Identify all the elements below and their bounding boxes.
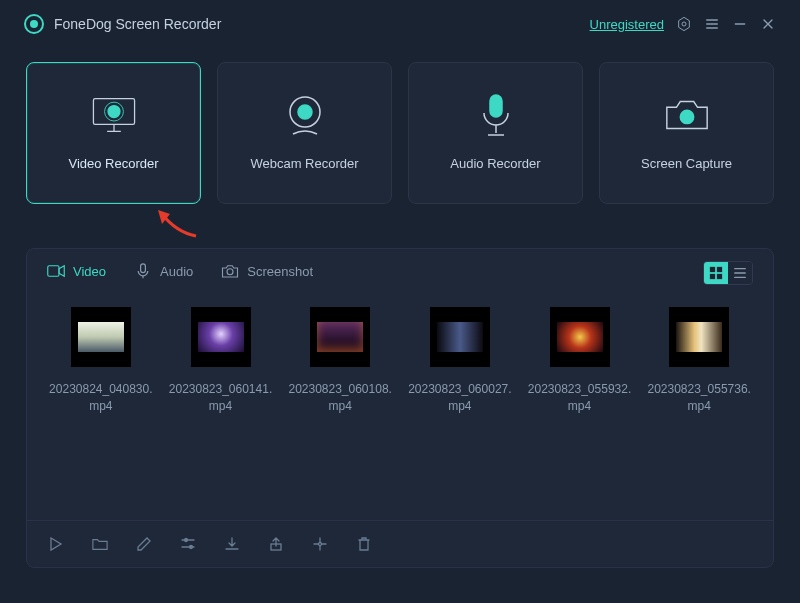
share-button[interactable] [267,535,285,553]
file-item[interactable]: 20230823_055932.mp4 [526,307,634,520]
svg-rect-15 [490,95,502,117]
menu-icon[interactable] [704,16,720,32]
svg-rect-24 [717,267,722,272]
edit-button[interactable] [135,535,153,553]
svg-marker-0 [679,17,690,30]
download-button[interactable] [223,535,241,553]
settings-gear-icon[interactable] [676,16,692,32]
files-grid: 20230824_040830.mp4 20230823_060141.mp4 … [27,289,773,520]
file-name: 20230823_055736.mp4 [645,381,753,415]
app-title: FoneDog Screen Recorder [54,16,221,32]
svg-rect-20 [141,264,146,273]
file-name: 20230823_060141.mp4 [167,381,275,415]
mode-video-recorder[interactable]: Video Recorder [26,62,201,204]
app-logo-icon [24,14,44,34]
tab-label: Audio [160,264,193,279]
file-thumbnail [430,307,490,367]
monitor-record-icon [90,96,138,134]
file-thumbnail [310,307,370,367]
svg-point-18 [680,110,693,123]
mode-label: Video Recorder [68,156,158,171]
tab-audio[interactable]: Audio [134,263,193,279]
webcam-icon [281,96,329,134]
svg-point-31 [185,539,188,542]
view-toggle [703,261,753,285]
svg-rect-25 [710,274,715,279]
mode-audio-recorder[interactable]: Audio Recorder [408,62,583,204]
file-name: 20230824_040830.mp4 [47,381,155,415]
tab-video[interactable]: Video [47,263,106,279]
open-folder-button[interactable] [91,535,109,553]
mode-screen-capture[interactable]: Screen Capture [599,62,774,204]
file-thumbnail [71,307,131,367]
mode-label: Audio Recorder [450,156,540,171]
svg-point-33 [190,546,193,549]
tab-label: Screenshot [247,264,313,279]
svg-point-1 [682,22,686,26]
svg-point-39 [319,543,322,546]
mode-selector: Video Recorder Webcam Recorder Audio Rec… [0,48,800,204]
tab-screenshot[interactable]: Screenshot [221,263,313,279]
camera-icon [663,96,711,134]
trim-button[interactable] [311,535,329,553]
svg-point-14 [298,105,312,119]
close-button[interactable] [760,16,776,32]
recordings-panel: Video Audio Screenshot 20230824_040830.m… [26,248,774,568]
file-thumbnail [191,307,251,367]
file-name: 20230823_060108.mp4 [286,381,394,415]
file-thumbnail [550,307,610,367]
file-thumbnail [669,307,729,367]
unregistered-link[interactable]: Unregistered [590,17,664,32]
file-item[interactable]: 20230824_040830.mp4 [47,307,155,520]
grid-view-button[interactable] [704,262,728,284]
files-toolbar [27,520,773,567]
mode-label: Webcam Recorder [250,156,358,171]
file-item[interactable]: 20230823_060141.mp4 [167,307,275,520]
file-item[interactable]: 20230823_060027.mp4 [406,307,514,520]
file-item[interactable]: 20230823_055736.mp4 [645,307,753,520]
minimize-button[interactable] [732,16,748,32]
svg-rect-26 [717,274,722,279]
tab-label: Video [73,264,106,279]
mode-webcam-recorder[interactable]: Webcam Recorder [217,62,392,204]
mode-label: Screen Capture [641,156,732,171]
svg-rect-19 [48,266,59,277]
adjust-sliders-button[interactable] [179,535,197,553]
annotation-arrow-icon [156,210,200,240]
play-button[interactable] [47,535,65,553]
file-name: 20230823_060027.mp4 [406,381,514,415]
recordings-tabs: Video Audio Screenshot [27,249,773,289]
svg-point-11 [108,105,120,117]
svg-rect-23 [710,267,715,272]
file-item[interactable]: 20230823_060108.mp4 [286,307,394,520]
file-name: 20230823_055932.mp4 [526,381,634,415]
header: FoneDog Screen Recorder Unregistered [0,0,800,48]
microphone-icon [472,96,520,134]
svg-point-22 [227,269,233,275]
list-view-button[interactable] [728,262,752,284]
delete-button[interactable] [355,535,373,553]
